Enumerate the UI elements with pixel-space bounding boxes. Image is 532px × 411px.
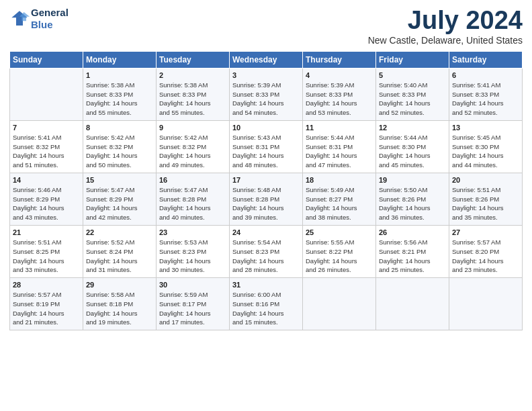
day-number: 2: [159, 71, 226, 79]
header-day: Tuesday: [157, 51, 230, 68]
calendar-week-row: 21Sunrise: 5:51 AM Sunset: 8:25 PM Dayli…: [10, 225, 523, 277]
day-info: Sunrise: 5:43 AM Sunset: 8:31 PM Dayligh…: [232, 133, 300, 170]
day-number: 12: [379, 124, 446, 132]
day-info: Sunrise: 5:58 AM Sunset: 8:18 PM Dayligh…: [86, 290, 153, 327]
logo-text: General Blue: [31, 7, 69, 31]
day-info: Sunrise: 6:00 AM Sunset: 8:16 PM Dayligh…: [232, 290, 300, 327]
day-number: 4: [306, 71, 373, 79]
day-number: 22: [86, 228, 153, 236]
calendar-cell: 18Sunrise: 5:49 AM Sunset: 8:27 PM Dayli…: [303, 173, 376, 225]
day-number: 29: [86, 281, 153, 289]
header-row: SundayMondayTuesdayWednesdayThursdayFrid…: [10, 51, 523, 68]
header-day: Thursday: [303, 51, 376, 68]
header-day: Wednesday: [230, 51, 303, 68]
day-info: Sunrise: 5:44 AM Sunset: 8:31 PM Dayligh…: [306, 133, 373, 170]
day-number: 7: [13, 124, 80, 132]
calendar-cell: 1Sunrise: 5:38 AM Sunset: 8:33 PM Daylig…: [83, 68, 157, 120]
day-info: Sunrise: 5:59 AM Sunset: 8:17 PM Dayligh…: [159, 290, 226, 327]
day-number: 14: [13, 176, 80, 184]
day-info: Sunrise: 5:45 AM Sunset: 8:30 PM Dayligh…: [452, 133, 519, 170]
calendar-cell: 31Sunrise: 6:00 AM Sunset: 8:16 PM Dayli…: [230, 278, 303, 330]
calendar-week-row: 14Sunrise: 5:46 AM Sunset: 8:29 PM Dayli…: [10, 173, 523, 225]
day-info: Sunrise: 5:47 AM Sunset: 8:29 PM Dayligh…: [86, 185, 153, 222]
calendar-cell: 29Sunrise: 5:58 AM Sunset: 8:18 PM Dayli…: [83, 278, 157, 330]
day-number: 24: [232, 228, 300, 236]
day-number: 20: [452, 176, 519, 184]
day-number: 8: [86, 124, 153, 132]
title-area: July 2024 New Castle, Delaware, United S…: [368, 7, 523, 46]
header-day: Friday: [376, 51, 449, 68]
day-info: Sunrise: 5:48 AM Sunset: 8:28 PM Dayligh…: [232, 185, 300, 222]
day-info: Sunrise: 5:38 AM Sunset: 8:33 PM Dayligh…: [159, 81, 226, 118]
day-number: 18: [306, 176, 373, 184]
calendar-cell: [449, 278, 523, 330]
day-number: 11: [306, 124, 373, 132]
calendar-cell: [10, 68, 83, 120]
logo-icon: [9, 9, 30, 29]
day-number: 21: [13, 228, 80, 236]
calendar-cell: 9Sunrise: 5:42 AM Sunset: 8:32 PM Daylig…: [157, 120, 230, 173]
day-number: 23: [159, 228, 226, 236]
calendar-week-row: 28Sunrise: 5:57 AM Sunset: 8:19 PM Dayli…: [10, 278, 523, 330]
day-number: 13: [452, 124, 519, 132]
calendar-cell: [376, 278, 449, 330]
calendar-cell: 16Sunrise: 5:47 AM Sunset: 8:28 PM Dayli…: [157, 173, 230, 225]
day-info: Sunrise: 5:38 AM Sunset: 8:33 PM Dayligh…: [86, 81, 153, 118]
day-number: 1: [86, 71, 153, 79]
day-number: 10: [232, 124, 300, 132]
calendar-cell: 12Sunrise: 5:44 AM Sunset: 8:30 PM Dayli…: [376, 120, 449, 173]
day-info: Sunrise: 5:55 AM Sunset: 8:22 PM Dayligh…: [306, 238, 373, 275]
header-day: Sunday: [10, 51, 83, 68]
day-info: Sunrise: 5:41 AM Sunset: 8:32 PM Dayligh…: [13, 133, 80, 170]
day-number: 5: [379, 71, 446, 79]
calendar-cell: 10Sunrise: 5:43 AM Sunset: 8:31 PM Dayli…: [230, 120, 303, 173]
day-number: 3: [232, 71, 300, 79]
calendar-cell: 23Sunrise: 5:53 AM Sunset: 8:23 PM Dayli…: [157, 225, 230, 277]
day-info: Sunrise: 5:42 AM Sunset: 8:32 PM Dayligh…: [159, 133, 226, 170]
calendar-cell: 3Sunrise: 5:39 AM Sunset: 8:33 PM Daylig…: [230, 68, 303, 120]
day-info: Sunrise: 5:56 AM Sunset: 8:21 PM Dayligh…: [379, 238, 446, 275]
calendar-cell: 4Sunrise: 5:39 AM Sunset: 8:33 PM Daylig…: [303, 68, 376, 120]
calendar-cell: 7Sunrise: 5:41 AM Sunset: 8:32 PM Daylig…: [10, 120, 83, 173]
calendar-cell: 14Sunrise: 5:46 AM Sunset: 8:29 PM Dayli…: [10, 173, 83, 225]
day-info: Sunrise: 5:46 AM Sunset: 8:29 PM Dayligh…: [13, 185, 80, 222]
header-area: General Blue July 2024 New Castle, Delaw…: [9, 7, 523, 46]
subtitle: New Castle, Delaware, United States: [368, 35, 523, 46]
day-number: 16: [159, 176, 226, 184]
day-info: Sunrise: 5:57 AM Sunset: 8:20 PM Dayligh…: [452, 238, 519, 275]
calendar-cell: 24Sunrise: 5:54 AM Sunset: 8:23 PM Dayli…: [230, 225, 303, 277]
day-number: 6: [452, 71, 519, 79]
calendar-cell: 27Sunrise: 5:57 AM Sunset: 8:20 PM Dayli…: [449, 225, 523, 277]
calendar-week-row: 1Sunrise: 5:38 AM Sunset: 8:33 PM Daylig…: [10, 68, 523, 120]
calendar-cell: 13Sunrise: 5:45 AM Sunset: 8:30 PM Dayli…: [449, 120, 523, 173]
calendar-cell: 20Sunrise: 5:51 AM Sunset: 8:26 PM Dayli…: [449, 173, 523, 225]
day-info: Sunrise: 5:54 AM Sunset: 8:23 PM Dayligh…: [232, 238, 300, 275]
calendar-cell: 6Sunrise: 5:41 AM Sunset: 8:33 PM Daylig…: [449, 68, 523, 120]
calendar-cell: 19Sunrise: 5:50 AM Sunset: 8:26 PM Dayli…: [376, 173, 449, 225]
calendar-cell: 5Sunrise: 5:40 AM Sunset: 8:33 PM Daylig…: [376, 68, 449, 120]
day-info: Sunrise: 5:49 AM Sunset: 8:27 PM Dayligh…: [306, 185, 373, 222]
calendar-table: SundayMondayTuesdayWednesdayThursdayFrid…: [9, 51, 523, 330]
day-number: 19: [379, 176, 446, 184]
day-number: 15: [86, 176, 153, 184]
day-info: Sunrise: 5:53 AM Sunset: 8:23 PM Dayligh…: [159, 238, 226, 275]
day-number: 25: [306, 228, 373, 236]
calendar-week-row: 7Sunrise: 5:41 AM Sunset: 8:32 PM Daylig…: [10, 120, 523, 173]
calendar-cell: 15Sunrise: 5:47 AM Sunset: 8:29 PM Dayli…: [83, 173, 157, 225]
day-number: 28: [13, 281, 80, 289]
day-info: Sunrise: 5:39 AM Sunset: 8:33 PM Dayligh…: [306, 81, 373, 118]
day-info: Sunrise: 5:42 AM Sunset: 8:32 PM Dayligh…: [86, 133, 153, 170]
header-day: Saturday: [449, 51, 523, 68]
day-number: 9: [159, 124, 226, 132]
calendar-cell: 28Sunrise: 5:57 AM Sunset: 8:19 PM Dayli…: [10, 278, 83, 330]
day-number: 26: [379, 228, 446, 236]
day-info: Sunrise: 5:52 AM Sunset: 8:24 PM Dayligh…: [86, 238, 153, 275]
calendar-cell: 11Sunrise: 5:44 AM Sunset: 8:31 PM Dayli…: [303, 120, 376, 173]
day-number: 17: [232, 176, 300, 184]
calendar-cell: 25Sunrise: 5:55 AM Sunset: 8:22 PM Dayli…: [303, 225, 376, 277]
day-info: Sunrise: 5:39 AM Sunset: 8:33 PM Dayligh…: [232, 81, 300, 118]
logo: General Blue: [9, 7, 69, 31]
calendar-cell: 22Sunrise: 5:52 AM Sunset: 8:24 PM Dayli…: [83, 225, 157, 277]
day-info: Sunrise: 5:44 AM Sunset: 8:30 PM Dayligh…: [379, 133, 446, 170]
header-day: Monday: [83, 51, 157, 68]
